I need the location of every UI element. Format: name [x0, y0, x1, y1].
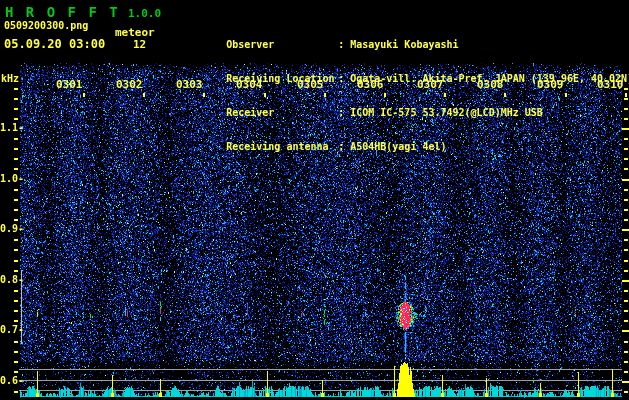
- info-label: Receiving antenna: [226, 141, 338, 153]
- time-tick-label: 0304: [236, 78, 263, 91]
- info-value: A504HB(yagi 4el): [350, 141, 446, 152]
- app-title: H R O F F T: [5, 4, 120, 20]
- info-value: Masayuki Kobayashi: [350, 39, 458, 50]
- output-filename: 0509200300.png: [4, 20, 88, 31]
- info-colon: :: [338, 39, 350, 51]
- time-tick-label: 0302: [116, 78, 143, 91]
- time-tick-label: 0309: [537, 78, 564, 91]
- meteor-count: 12: [133, 38, 146, 51]
- info-colon: :: [338, 73, 350, 85]
- time-tick-label: 0301: [56, 78, 83, 91]
- info-colon: :: [338, 141, 350, 153]
- freq-tick-label: 0.8-: [0, 274, 26, 285]
- freq-tick-label: 0.9-: [0, 223, 26, 234]
- info-row-location: Receiving Location:Ogata-vill. Akita-Pre…: [178, 61, 629, 73]
- time-tick-label: 0308: [477, 78, 504, 91]
- freq-tick-label: 0.7-: [0, 324, 26, 335]
- info-row-receiver: Receiver:ICOM IC-575 53.7492(@LCD)MHz US…: [178, 95, 629, 107]
- hrofft-window: H R O F F T 1.0.0 0509200300.png meteor …: [0, 0, 629, 400]
- time-tick-label: 0310: [597, 78, 624, 91]
- info-label: Receiver: [226, 107, 338, 119]
- info-row-antenna: Receiving antenna:A504HB(yagi 4el): [178, 129, 629, 141]
- info-row-observer: Observer:Masayuki Kobayashi: [178, 27, 629, 39]
- info-colon: :: [338, 107, 350, 119]
- observation-datetime: 05.09.20 03:00: [4, 37, 105, 51]
- time-tick-label: 0307: [417, 78, 444, 91]
- info-label: Observer: [226, 39, 338, 51]
- time-tick-label: 0306: [357, 78, 384, 91]
- time-tick-label: 0303: [176, 78, 203, 91]
- freq-tick-label: 0.6-: [0, 375, 26, 386]
- freq-tick-label: 1.1-: [0, 122, 26, 133]
- info-value: ICOM IC-575 53.7492(@LCD)MHz USB: [350, 107, 543, 118]
- freq-unit-label: kHz: [1, 73, 19, 84]
- freq-tick-label: 1.0-: [0, 173, 26, 184]
- time-tick-label: 0305: [297, 78, 324, 91]
- app-version: 1.0.0: [128, 7, 161, 20]
